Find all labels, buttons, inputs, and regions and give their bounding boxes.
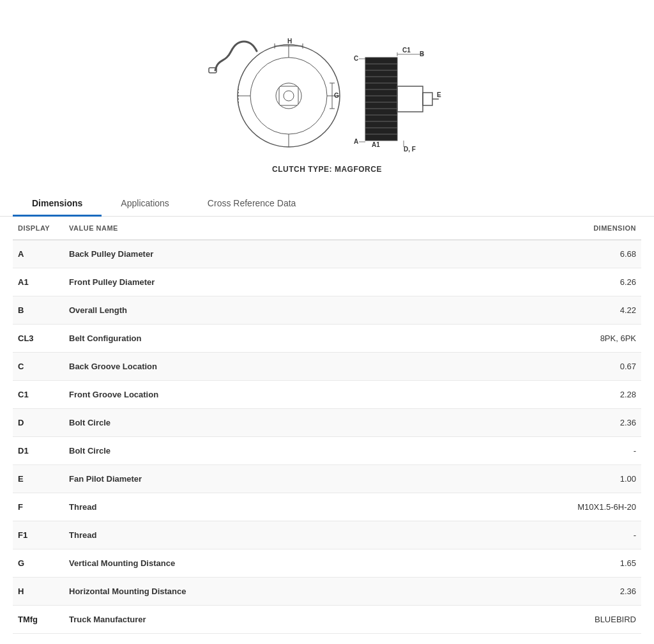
cell-dimension: 6.68	[439, 240, 641, 268]
dimensions-table: DISPLAY VALUE NAME DIMENSION ABack Pulle…	[13, 217, 641, 634]
cell-dimension: 2.28	[439, 381, 641, 409]
table-row: D1Bolt Circle-	[13, 437, 641, 465]
table-row: A1Front Pulley Diameter6.26	[13, 268, 641, 296]
cell-display: F	[13, 493, 64, 521]
cell-display: A	[13, 240, 64, 268]
cell-value-name: Fan Pilot Diameter	[64, 465, 439, 493]
cell-dimension: -	[439, 521, 641, 549]
cell-display: TMfg	[13, 606, 64, 634]
svg-text:E: E	[437, 91, 441, 98]
tabs-container: Dimensions Applications Cross Reference …	[0, 190, 654, 217]
svg-text:D, F: D, F	[404, 146, 416, 153]
table-row: DBolt Circle2.36	[13, 409, 641, 437]
table-row: GVertical Mounting Distance1.65	[13, 549, 641, 578]
cell-display: G	[13, 549, 64, 578]
cell-display: E	[13, 465, 64, 493]
col-header-dimension: DIMENSION	[439, 217, 641, 240]
cell-display: B	[13, 296, 64, 325]
table-row: CBack Groove Location0.67	[13, 353, 641, 381]
cell-dimension: M10X1.5-6H-20	[439, 493, 641, 521]
cell-value-name: Overall Length	[64, 296, 439, 325]
diagram-area: H G	[0, 0, 654, 190]
cell-dimension: 1.00	[439, 465, 641, 493]
table-row: F1Thread-	[13, 521, 641, 549]
cell-display: A1	[13, 268, 64, 296]
cell-display: CL3	[13, 325, 64, 353]
cell-value-name: Back Groove Location	[64, 353, 439, 381]
cell-value-name: Belt Configuration	[64, 325, 439, 353]
page-container: H G	[0, 0, 654, 634]
svg-text:B: B	[420, 50, 424, 57]
cell-display: F1	[13, 521, 64, 549]
cell-value-name: Thread	[64, 521, 439, 549]
svg-text:C: C	[354, 55, 358, 62]
technical-diagram: H G	[193, 19, 461, 160]
table-row: CL3Belt Configuration8PK, 6PK	[13, 325, 641, 353]
svg-text:C1: C1	[402, 47, 411, 54]
cell-display: C1	[13, 381, 64, 409]
table-row: FThreadM10X1.5-6H-20	[13, 493, 641, 521]
svg-text:G: G	[334, 92, 339, 99]
cell-display: D	[13, 409, 64, 437]
svg-point-1	[250, 57, 327, 134]
svg-point-0	[238, 45, 340, 147]
tab-dimensions[interactable]: Dimensions	[13, 190, 102, 217]
clutch-type-label: CLUTCH TYPE: MAGFORCE	[272, 165, 382, 174]
tab-cross-reference[interactable]: Cross Reference Data	[188, 190, 316, 217]
svg-text:A: A	[354, 138, 358, 145]
cell-display: H	[13, 578, 64, 606]
col-header-display: DISPLAY	[13, 217, 64, 240]
table-row: BOverall Length4.22	[13, 296, 641, 325]
cell-value-name: Vertical Mounting Distance	[64, 549, 439, 578]
cell-value-name: Back Pulley Diameter	[64, 240, 439, 268]
svg-text:H: H	[287, 38, 292, 45]
table-row: HHorizontal Mounting Distance2.36	[13, 578, 641, 606]
cell-value-name: Bolt Circle	[64, 409, 439, 437]
cell-dimension: 2.36	[439, 409, 641, 437]
table-container: DISPLAY VALUE NAME DIMENSION ABack Pulle…	[0, 217, 654, 634]
cell-display: D1	[13, 437, 64, 465]
svg-point-3	[284, 91, 294, 101]
table-row: EFan Pilot Diameter1.00	[13, 465, 641, 493]
cell-value-name: Bolt Circle	[64, 437, 439, 465]
table-row: TMfgTruck ManufacturerBLUEBIRD	[13, 606, 641, 634]
table-row: C1Front Groove Location2.28	[13, 381, 641, 409]
cell-value-name: Front Groove Location	[64, 381, 439, 409]
cell-value-name: Thread	[64, 493, 439, 521]
cell-dimension: 6.26	[439, 268, 641, 296]
svg-rect-8	[279, 86, 298, 105]
cell-dimension: 0.67	[439, 353, 641, 381]
cell-dimension: 8PK, 6PK	[439, 325, 641, 353]
svg-text:A1: A1	[372, 141, 380, 148]
diagram-svg: H G	[193, 19, 461, 160]
table-header-row: DISPLAY VALUE NAME DIMENSION	[13, 217, 641, 240]
cell-display: C	[13, 353, 64, 381]
col-header-value-name: VALUE NAME	[64, 217, 439, 240]
cell-value-name: Horizontal Mounting Distance	[64, 578, 439, 606]
cell-dimension: -	[439, 437, 641, 465]
cell-dimension: 4.22	[439, 296, 641, 325]
cell-dimension: 1.65	[439, 549, 641, 578]
cell-value-name: Front Pulley Diameter	[64, 268, 439, 296]
svg-rect-36	[397, 86, 423, 112]
table-row: ABack Pulley Diameter6.68	[13, 240, 641, 268]
tab-applications[interactable]: Applications	[102, 190, 188, 217]
cell-dimension: 2.36	[439, 578, 641, 606]
svg-rect-37	[423, 93, 432, 105]
cell-value-name: Truck Manufacturer	[64, 606, 439, 634]
cell-dimension: BLUEBIRD	[439, 606, 641, 634]
